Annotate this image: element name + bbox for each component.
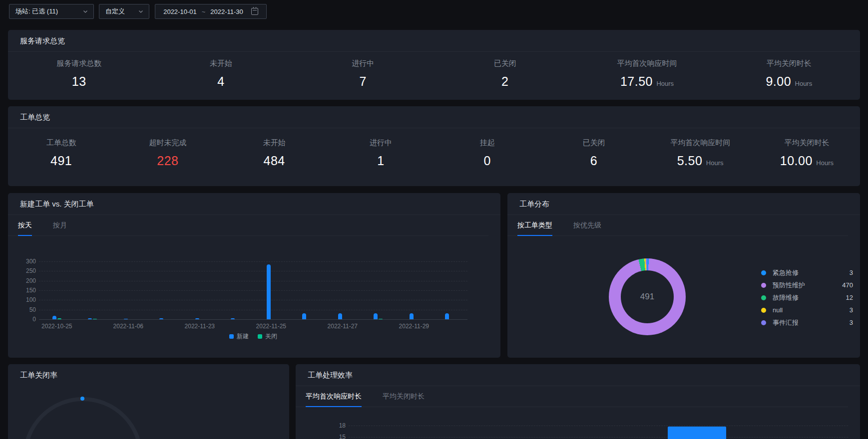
range-type-select[interactable]: 自定义 xyxy=(99,4,149,19)
workorder-overview-panel: 工单总览 工单总数 491 超时未完成 228 未开始 484 进行中 1 挂起… xyxy=(8,106,860,186)
panel-title: 工单分布 xyxy=(507,193,860,215)
legend-label: 事件汇报 xyxy=(773,318,799,327)
stat-value: 1 xyxy=(328,154,434,168)
y-axis-tick: 0 xyxy=(13,316,36,323)
legend-item[interactable]: 事件汇报 3 xyxy=(761,316,853,329)
legend-item[interactable]: null 3 xyxy=(761,304,853,316)
legend-dot xyxy=(761,295,766,300)
legend-label: 预防性维护 xyxy=(773,281,805,290)
legend-dot xyxy=(761,308,766,313)
stat-column: 挂起 0 xyxy=(434,138,540,168)
panel-title: 工单关闭率 xyxy=(8,364,289,386)
bar-new[interactable] xyxy=(410,313,414,319)
stat-column: 进行中 1 xyxy=(328,138,434,168)
new-vs-closed-tabs: 按天按月 xyxy=(8,215,488,236)
legend-label: 故障维修 xyxy=(773,293,799,302)
legend-item[interactable]: 预防性维护 470 xyxy=(761,279,853,291)
chevron-down-icon xyxy=(82,8,88,14)
stat-label: 进行中 xyxy=(328,138,434,148)
tab-dist-tabs-1[interactable]: 按优先级 xyxy=(573,215,601,235)
bar-new[interactable] xyxy=(302,313,306,319)
stat-label: 进行中 xyxy=(292,59,434,68)
tab-daily-tabs-1[interactable]: 按月 xyxy=(53,215,67,235)
bar-new[interactable] xyxy=(231,318,235,319)
legend-label: 紧急抢修 xyxy=(773,268,799,277)
tab-dist-tabs-0[interactable]: 按工单类型 xyxy=(517,215,552,235)
stat-unit: Hours xyxy=(706,159,724,167)
station-select[interactable]: 场站: 已选 (11) xyxy=(9,4,94,19)
calendar-icon[interactable] xyxy=(251,8,258,15)
bar-closed[interactable] xyxy=(93,319,97,319)
date-start-value[interactable]: 2022-10-01 xyxy=(163,8,197,15)
stat-column: 平均首次响应时间 5.50 Hours xyxy=(647,138,754,168)
distribution-legend: 紧急抢修 3 预防性维护 470 故障维修 12 null 3 事件汇报 3 xyxy=(761,266,853,329)
legend-swatch xyxy=(229,334,234,339)
bar-new[interactable] xyxy=(195,318,199,319)
bar-new[interactable] xyxy=(445,313,449,319)
stat-label: 服务请求总数 xyxy=(8,59,150,68)
stat-label: 平均关闭时长 xyxy=(718,59,860,68)
stat-unit: Hours xyxy=(795,80,813,87)
x-axis-tick: 2022-11-27 xyxy=(318,323,368,330)
stat-label: 工单总数 xyxy=(8,138,114,148)
service-stats-row: 服务请求总数 13 未开始 4 进行中 7 已关闭 2 平均首次响应时间 17.… xyxy=(8,52,860,89)
y-axis-tick: 100 xyxy=(13,296,36,303)
gauge-ring xyxy=(23,397,143,439)
bar-new[interactable] xyxy=(338,313,342,319)
stat-unit: Hours xyxy=(656,80,674,87)
tab-daily-tabs-0[interactable]: 按天 xyxy=(18,215,32,235)
legend-item[interactable]: 紧急抢修 3 xyxy=(761,266,853,279)
legend-value: 12 xyxy=(846,294,853,301)
stat-column: 平均关闭时长 10.00 Hours xyxy=(754,138,860,168)
legend-item[interactable]: 新建 xyxy=(229,333,249,340)
y-axis-tick: 50 xyxy=(13,306,36,313)
gridline xyxy=(39,319,467,320)
stat-column: 超时未完成 228 xyxy=(114,138,221,168)
stat-column: 已关闭 2 xyxy=(434,59,576,89)
range-type-label: 自定义 xyxy=(105,7,125,16)
stat-value: 4 xyxy=(150,74,292,89)
bar-avg-response[interactable] xyxy=(668,427,726,439)
stat-column: 工单总数 491 xyxy=(8,138,114,168)
legend-item[interactable]: 故障维修 12 xyxy=(761,291,853,304)
gridline xyxy=(349,437,848,438)
y-axis-tick: 200 xyxy=(13,277,36,284)
bar-new[interactable] xyxy=(267,264,271,319)
panel-title: 新建工单 vs. 关闭工单 xyxy=(8,193,500,215)
bar-new[interactable] xyxy=(52,316,56,319)
y-axis-tick: 15 xyxy=(323,434,346,439)
legend-item[interactable]: 关闭 xyxy=(258,333,277,340)
stat-column: 平均关闭时长 9.00 Hours xyxy=(718,59,860,89)
stat-label: 平均首次响应时间 xyxy=(576,59,718,68)
stat-label: 挂起 xyxy=(434,138,540,148)
y-axis-tick: 150 xyxy=(13,287,36,294)
date-end-value[interactable]: 2022-11-30 xyxy=(210,8,243,15)
legend-dot xyxy=(761,320,766,325)
bar-new[interactable] xyxy=(374,313,378,319)
bar-new[interactable] xyxy=(124,319,128,320)
stat-column: 服务请求总数 13 xyxy=(8,59,150,89)
donut-center-total: 491 xyxy=(609,258,686,335)
legend-dot xyxy=(761,283,766,288)
gridline xyxy=(39,300,467,300)
distribution-panel: 工单分布 按工单类型按优先级 491 紧急抢修 3 预防性维护 470 故障维修… xyxy=(507,193,860,358)
stat-value: 10.00 Hours xyxy=(754,154,860,168)
x-axis-tick: 2022-11-29 xyxy=(389,323,439,330)
stat-column: 未开始 484 xyxy=(221,138,328,168)
stat-column: 平均首次响应时间 17.50 Hours xyxy=(576,59,718,89)
bar-new[interactable] xyxy=(88,318,92,319)
panel-title: 工单总览 xyxy=(8,106,860,128)
legend-label: null xyxy=(773,306,783,314)
bar-closed[interactable] xyxy=(379,319,383,319)
gridline xyxy=(39,281,467,281)
bar-closed[interactable] xyxy=(57,318,61,319)
legend-value: 470 xyxy=(842,281,853,289)
gridline xyxy=(39,310,467,310)
x-axis-tick: 2022-11-06 xyxy=(103,323,153,330)
stat-label: 平均首次响应时间 xyxy=(647,138,754,148)
stat-label: 已关闭 xyxy=(540,138,647,148)
bar-new[interactable] xyxy=(159,318,163,319)
stat-value: 17.50 Hours xyxy=(576,74,718,89)
date-range-picker[interactable]: 2022-10-01 ~ 2022-11-30 xyxy=(155,4,267,19)
x-axis-tick: 2022-10-25 xyxy=(32,323,82,330)
